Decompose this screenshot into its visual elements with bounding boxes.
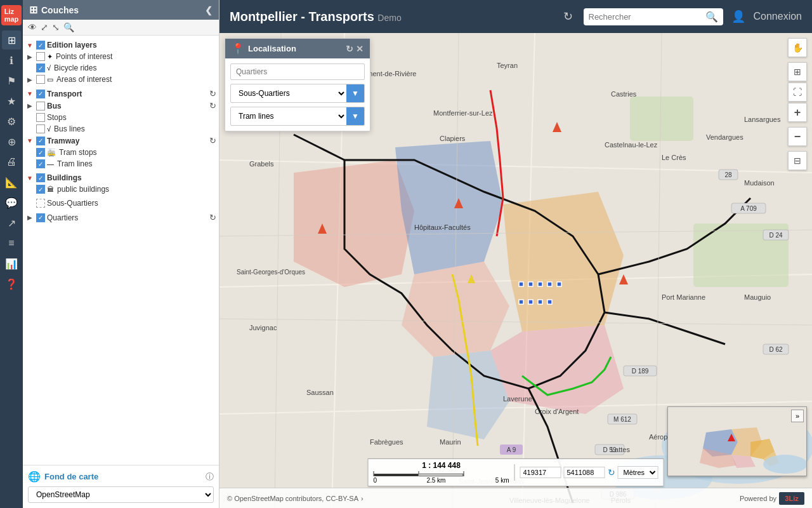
- points-checkbox[interactable]: [36, 52, 45, 61]
- areas-expand[interactable]: ▶: [25, 75, 34, 84]
- user-icon-btn[interactable]: 👤: [728, 6, 749, 27]
- app-logo[interactable]: Lizmap: [1, 5, 22, 25]
- tram-stops-checkbox[interactable]: ✓: [36, 148, 45, 157]
- quartiers-row[interactable]: ▶ ✓ Quartiers ↻: [23, 211, 219, 224]
- bus-label: Bus: [47, 102, 207, 110]
- sous-quartiers-select[interactable]: Sous-Quartiers: [231, 85, 346, 102]
- areas-of-interest-row[interactable]: ▶ ▭ Areas of interest: [23, 74, 219, 85]
- refresh-btn[interactable]: ↻: [558, 6, 579, 27]
- bus-refresh-icon[interactable]: ↻: [209, 101, 216, 110]
- collapse-all-icon[interactable]: ⤡: [52, 22, 60, 32]
- measure-icon: 📐: [5, 177, 18, 189]
- pub-buildings-checkbox[interactable]: ✓: [36, 185, 45, 194]
- search-icon[interactable]: 🔍: [705, 11, 718, 23]
- help-icon: ❓: [5, 278, 18, 290]
- tools-toolbar-btn[interactable]: ⚙: [2, 112, 21, 131]
- edition-layers-expand[interactable]: ▼: [25, 41, 34, 50]
- scale-graphic: [374, 471, 509, 476]
- grid-tool-btn[interactable]: ⊟: [788, 151, 807, 170]
- top-bar: Montpellier - Transports Demo ↻ 🔍 👤 Conn…: [219, 0, 812, 33]
- bus-row[interactable]: ▶ Bus ↻: [23, 100, 219, 112]
- tramway-expand[interactable]: ▼: [25, 137, 34, 145]
- search-layers-icon[interactable]: 🔍: [63, 22, 74, 32]
- search-input[interactable]: [589, 12, 703, 22]
- quartiers-label: Quartiers: [47, 213, 207, 222]
- flag-toolbar-btn[interactable]: ⚑: [2, 71, 21, 90]
- bicycle-checkbox[interactable]: ✓: [36, 64, 45, 72]
- quartiers-input[interactable]: [230, 64, 365, 80]
- share-toolbar-btn[interactable]: ↗: [2, 213, 21, 232]
- help-toolbar-btn[interactable]: ❓: [2, 274, 21, 293]
- buildings-row[interactable]: ▼ ✓ Buildings: [23, 172, 219, 184]
- points-expand[interactable]: ▶: [25, 52, 34, 61]
- tram-lines-wrapper: Tram lines ▼: [230, 107, 365, 126]
- basemap-select[interactable]: OpenStreetMap: [28, 486, 214, 503]
- public-buildings-row[interactable]: ✓ 🏛 public buildings: [23, 184, 219, 195]
- buildings-checkbox[interactable]: ✓: [36, 173, 45, 182]
- sidebar-header-icons: ❮: [205, 5, 213, 15]
- tramway-row[interactable]: ▼ ✓ Tramway ↻: [23, 135, 219, 147]
- stops-row[interactable]: Stops: [23, 112, 219, 123]
- unit-select[interactable]: Mètres: [618, 466, 658, 479]
- tram-lines-row[interactable]: ✓ — Tram lines: [23, 158, 219, 170]
- tramway-refresh-icon[interactable]: ↻: [209, 136, 216, 145]
- zoom-in-btn[interactable]: +: [788, 103, 807, 122]
- fond-carte-info-icon[interactable]: ⓘ: [206, 471, 214, 483]
- sous-quartiers-row[interactable]: Sous-Quartiers: [23, 197, 219, 209]
- star-toolbar-btn[interactable]: ★: [2, 91, 21, 110]
- quartiers-expand[interactable]: ▶: [25, 213, 34, 222]
- transport-checkbox[interactable]: ✓: [36, 90, 45, 98]
- quartiers-refresh-icon[interactable]: ↻: [209, 213, 216, 222]
- eye-icon[interactable]: 👁: [28, 22, 37, 32]
- login-btn[interactable]: Connexion: [754, 11, 802, 22]
- tram-lines-select[interactable]: Tram lines: [231, 108, 346, 124]
- bus-lines-checkbox[interactable]: [36, 124, 45, 133]
- areas-checkbox[interactable]: [36, 75, 45, 84]
- expand-all-icon[interactable]: ⤢: [41, 22, 48, 32]
- zoom-extent-btn[interactable]: ⊞: [788, 62, 807, 81]
- buildings-expand[interactable]: ▼: [25, 173, 34, 182]
- layers-toolbar-btn[interactable]: ⊞: [2, 30, 21, 50]
- tram-lines-checkbox[interactable]: ✓: [36, 159, 45, 168]
- info-toolbar-btn[interactable]: ℹ: [2, 51, 21, 70]
- bus-lines-row[interactable]: √ Bus lines: [23, 123, 219, 135]
- coord-refresh-btn[interactable]: ↻: [608, 467, 615, 478]
- svg-text:Fabrègues: Fabrègues: [370, 438, 403, 446]
- map-tools-right: ✋ ⊞ ⛶ + − ⊟: [788, 38, 807, 170]
- buildings-label: Buildings: [47, 173, 216, 182]
- tram-stops-row[interactable]: ✓ 🚋 Tram stops: [23, 147, 219, 158]
- bicycle-rides-row[interactable]: ✓ √ Bicycle rides: [23, 62, 219, 74]
- locate-toolbar-btn[interactable]: ⊕: [2, 132, 21, 151]
- transport-expand[interactable]: ▼: [25, 90, 34, 98]
- measure-toolbar-btn[interactable]: 📐: [2, 173, 21, 192]
- hand-tool-btn[interactable]: ✋: [788, 38, 807, 57]
- chart-toolbar-btn[interactable]: 📊: [2, 254, 21, 273]
- sous-quartiers-dropdown-btn[interactable]: ▼: [346, 84, 364, 102]
- comment-toolbar-btn[interactable]: 💬: [2, 193, 21, 212]
- loc-close-btn[interactable]: ✕: [356, 44, 363, 54]
- tramway-checkbox[interactable]: ✓: [36, 137, 45, 145]
- edition-layers-row[interactable]: ▼ ✓ Edition layers: [23, 39, 219, 51]
- tram-lines-dropdown-btn[interactable]: ▼: [346, 107, 364, 125]
- points-of-interest-row[interactable]: ▶ ✦ Points of interest: [23, 51, 219, 62]
- edition-layers-checkbox[interactable]: ✓: [36, 41, 45, 50]
- loc-refresh-btn[interactable]: ↻: [346, 44, 353, 54]
- transport-refresh-icon[interactable]: ↻: [209, 89, 216, 98]
- tramway-label: Tramway: [47, 137, 207, 145]
- stops-checkbox[interactable]: [36, 113, 45, 122]
- mini-map-expand-btn[interactable]: »: [791, 410, 804, 422]
- collapse-sidebar-btn[interactable]: ❮: [205, 5, 213, 15]
- coord-y-input[interactable]: [564, 467, 605, 478]
- bus-expand[interactable]: ▶: [25, 102, 34, 110]
- sous-quartiers-checkbox[interactable]: [36, 199, 45, 208]
- map-canvas[interactable]: A 709 D 59 D 189 28 D 24 D 62 A 9 M 612 …: [219, 33, 812, 508]
- svg-text:Vendargues: Vendargues: [706, 133, 743, 141]
- quartiers-checkbox[interactable]: ✓: [36, 213, 45, 222]
- list-toolbar-btn[interactable]: ≡: [2, 234, 21, 253]
- fullscreen-btn[interactable]: ⛶: [788, 83, 807, 102]
- zoom-out-btn[interactable]: −: [788, 127, 807, 146]
- print-toolbar-btn[interactable]: 🖨: [2, 152, 21, 171]
- bus-checkbox[interactable]: [36, 102, 45, 110]
- transport-row[interactable]: ▼ ✓ Transport ↻: [23, 88, 219, 100]
- coord-x-input[interactable]: [520, 467, 561, 478]
